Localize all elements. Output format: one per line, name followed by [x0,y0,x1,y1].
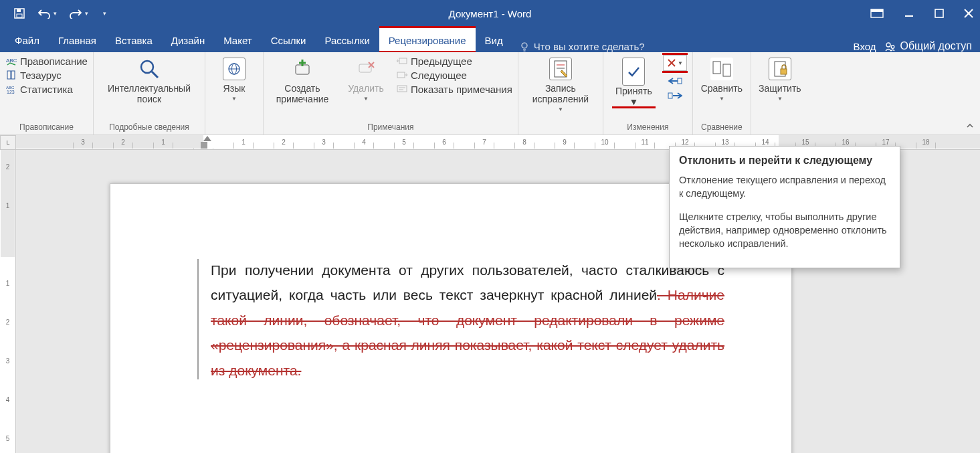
svg-rect-41 [668,93,672,98]
next-change-button[interactable] [663,88,687,103]
redo-button[interactable]: ▾ [69,8,88,19]
group-compare-label: Сравнение [698,121,745,133]
undo-dropdown-icon[interactable]: ▾ [54,10,57,17]
reject-button[interactable]: ▼ [663,55,687,71]
tooltip-paragraph: Отклонение текущего исправления и перехо… [679,173,890,201]
lightbulb-icon [519,41,530,52]
svg-rect-6 [935,9,943,17]
prev-change-icon [668,77,682,85]
chevron-down-icon: ▼ [231,96,237,102]
svg-point-12 [886,43,890,47]
collapse-ribbon-button[interactable] [965,121,975,130]
group-compare: Сравнить ▼ Сравнение [693,52,751,134]
svg-text:123: 123 [7,90,15,94]
title-bar: ▾ ▾ ▾ Документ1 - Word [0,0,980,27]
tooltip-paragraph: Щелкните стрелку, чтобы выполнить другие… [679,210,890,251]
prev-change-button[interactable] [663,74,687,88]
tab-view[interactable]: Вид [476,28,512,52]
new-comment-button[interactable]: Создать примечание [269,55,336,104]
group-language: Язык ▼ [205,52,264,134]
smart-lookup-button[interactable]: Интеллектуальный поиск [99,55,199,104]
reject-icon [667,58,676,68]
redo-icon [69,8,82,19]
svg-rect-15 [7,71,11,79]
group-changes: Принять ▼ ▼ Изменения [603,52,693,134]
svg-rect-4 [871,9,883,12]
ruler-corner[interactable]: L [0,135,16,150]
svg-rect-43 [723,64,730,76]
svg-rect-30 [399,58,407,64]
tell-me-placeholder: Что вы хотите сделать? [534,41,645,52]
spelling-icon: ABC [5,55,17,67]
next-change-icon [668,92,682,100]
document-text[interactable]: При получении документа от других пользо… [211,258,724,383]
quick-access-toolbar: ▾ ▾ ▾ [13,7,106,19]
svg-rect-32 [397,86,407,92]
chevron-down-icon[interactable]: ▼ [678,60,683,66]
group-comments: Создать примечание Удалить ▼ Предыдущее … [264,52,518,134]
delete-comment-button: Удалить ▼ [342,55,389,102]
language-button[interactable]: Язык ▼ [211,55,258,102]
chevron-down-icon[interactable]: ▼ [629,96,638,107]
track-changes-icon [549,58,572,80]
svg-line-20 [152,72,158,78]
accept-icon [622,58,645,86]
body-text: При получении документа от других пользо… [211,262,724,302]
show-comments-button: Показать примечания [396,83,512,95]
group-proofing: ABCПравописание Тезаурус ABC123Статистик… [0,52,94,134]
compare-button[interactable]: Сравнить ▼ [698,55,745,102]
vertical-ruler[interactable]: 2112345 [0,150,16,453]
thesaurus-button[interactable]: Тезаурус [5,69,88,81]
undo-button[interactable]: ▾ [37,8,57,19]
svg-rect-16 [11,71,15,79]
tab-mailings[interactable]: Рассылки [315,28,379,52]
chevron-down-icon: ▼ [719,96,724,102]
chevron-up-icon [965,121,975,130]
share-icon [884,40,896,52]
accept-button[interactable]: Принять ▼ [609,55,659,107]
svg-rect-2 [17,14,22,17]
tab-references[interactable]: Ссылки [262,28,316,52]
new-comment-icon [291,58,314,80]
maximize-button[interactable] [935,9,944,18]
redo-dropdown-icon[interactable]: ▾ [85,10,88,17]
minimize-button[interactable] [904,8,914,19]
qat-customize[interactable]: ▾ [100,10,106,17]
tab-home[interactable]: Главная [49,28,106,52]
delete-comment-icon [355,58,377,80]
tell-me-search[interactable]: Что вы хотите сделать? [519,41,645,52]
chevron-down-icon: ▼ [777,96,783,102]
tooltip-title: Отклонить и перейти к следующему [679,155,890,167]
save-icon [13,7,25,19]
tab-review[interactable]: Рецензирование [379,28,476,52]
share-button[interactable]: Общий доступ [884,40,973,52]
tab-design[interactable]: Дизайн [162,28,214,52]
prev-comment-button: Предыдущее [396,55,512,67]
tab-insert[interactable]: Вставка [106,28,162,52]
svg-rect-27 [359,64,371,72]
wordcount-icon: ABC123 [5,83,17,95]
tab-layout[interactable]: Макет [214,28,261,52]
protect-button[interactable]: Защитить ▼ [757,55,803,102]
svg-point-9 [522,43,527,48]
group-insights-label: Подробные сведения [99,121,199,133]
compare-icon [710,58,733,80]
svg-point-19 [141,61,153,73]
group-protect: Защитить ▼ [751,52,809,134]
chevron-down-icon: ▼ [558,106,563,112]
next-comment-icon [396,69,408,81]
ribbon-display-icon[interactable] [870,9,884,18]
tab-file[interactable]: Файл [5,28,49,52]
track-changes-button[interactable]: Запись исправлений ▼ [524,55,597,113]
close-button[interactable] [964,9,973,18]
wordcount-button[interactable]: ABC123Статистика [5,83,88,95]
window-controls [870,8,973,19]
svg-point-13 [891,46,894,49]
svg-rect-45 [781,69,787,74]
save-button[interactable] [13,7,25,19]
language-icon [223,58,246,80]
tooltip-reject: Отклонить и перейти к следующему Отклоне… [669,146,900,268]
chevron-down-icon: ▼ [363,96,369,102]
login-link[interactable]: Вход [854,41,876,52]
spelling-button[interactable]: ABCПравописание [5,55,88,67]
